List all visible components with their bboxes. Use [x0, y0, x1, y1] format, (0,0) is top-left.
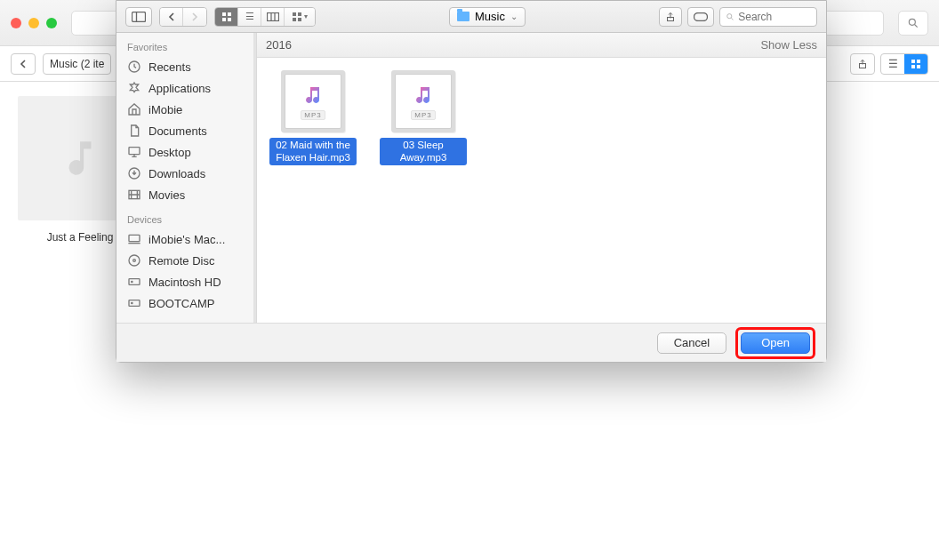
minimize-window-icon[interactable] — [28, 18, 39, 28]
file-open-dialog: ☰ ▾ Music ⌄ Favorites RecentsApplicat — [116, 0, 827, 363]
sidebar-item[interactable]: iMobie — [116, 99, 253, 120]
sidebar-item[interactable]: Desktop — [116, 141, 253, 163]
apps-icon — [127, 81, 141, 95]
grid-view-icon[interactable] — [904, 54, 927, 74]
svg-point-34 — [132, 302, 132, 303]
sidebar-item-label: Macintosh HD — [148, 276, 221, 289]
svg-rect-17 — [298, 12, 301, 16]
home-icon — [127, 102, 141, 116]
disc-icon — [127, 253, 141, 268]
sidebar-item[interactable]: BOOTCAMP — [116, 292, 253, 314]
file-type-badge: MP3 — [301, 110, 325, 120]
list-view-icon[interactable]: ☰ — [881, 54, 904, 74]
music-note-icon — [412, 84, 435, 107]
file-grid: MP302 Maid with the Flaxen Hair.mp3MP303… — [257, 58, 826, 323]
dialog-footer: Cancel Open — [116, 323, 826, 362]
sidebar-item[interactable]: iMobie's Mac... — [116, 228, 253, 250]
sidebar-item[interactable]: Downloads — [116, 163, 253, 184]
movies-icon — [127, 188, 141, 202]
file-type-badge: MP3 — [411, 110, 435, 120]
dialog-main: 2016 Show Less MP302 Maid with the Flaxe… — [257, 33, 826, 323]
svg-rect-13 — [267, 12, 278, 20]
close-window-icon[interactable] — [11, 18, 21, 28]
svg-rect-10 — [228, 12, 231, 16]
sidebar-item-label: Recents — [148, 60, 191, 74]
svg-line-23 — [731, 18, 733, 20]
sidebar-item[interactable]: Remote Disc — [116, 250, 253, 271]
share-button[interactable] — [659, 7, 682, 27]
sidebar-item[interactable]: Recents — [116, 56, 253, 77]
search-input[interactable] — [738, 11, 811, 23]
show-less-toggle[interactable]: Show Less — [760, 38, 817, 52]
svg-rect-5 — [911, 65, 915, 68]
file-name-label: 03 Sleep Away.mp3 — [380, 138, 467, 165]
breadcrumb[interactable]: Music (2 ite — [43, 53, 111, 75]
section-header: 2016 Show Less — [257, 33, 826, 58]
folder-icon — [457, 12, 470, 21]
desktop-icon — [127, 145, 141, 159]
svg-rect-33 — [129, 300, 140, 307]
documents-icon — [127, 124, 141, 138]
svg-rect-11 — [222, 18, 226, 21]
svg-rect-7 — [132, 12, 146, 21]
gallery-view-button[interactable]: ▾ — [285, 8, 315, 26]
svg-rect-19 — [298, 18, 301, 21]
tags-button[interactable] — [687, 7, 714, 27]
sidebar-section-devices: Devices — [116, 205, 253, 228]
svg-point-30 — [133, 260, 136, 262]
sidebar-item-label: iMobie — [148, 103, 182, 116]
svg-rect-21 — [694, 12, 707, 20]
svg-rect-28 — [129, 235, 140, 241]
dialog-search[interactable] — [719, 7, 817, 27]
sidebar-item-label: BOOTCAMP — [148, 297, 214, 310]
cancel-button[interactable]: Cancel — [657, 332, 726, 354]
sidebar-item-label: Applications — [148, 82, 211, 95]
search-icon — [726, 12, 734, 22]
svg-rect-6 — [917, 65, 920, 68]
sidebar-item-label: iMobie's Mac... — [148, 233, 225, 246]
dialog-sidebar: Favorites RecentsApplicationsiMobieDocum… — [116, 33, 257, 323]
sidebar-item-label: Desktop — [148, 146, 191, 159]
file-name-label: 02 Maid with the Flaxen Hair.mp3 — [269, 138, 357, 165]
nav-back-button[interactable] — [160, 8, 183, 26]
sidebar-toggle-button[interactable] — [125, 7, 152, 27]
sidebar-item[interactable]: Macintosh HD — [116, 271, 253, 292]
export-button[interactable] — [850, 53, 875, 75]
svg-rect-18 — [293, 18, 296, 21]
back-button[interactable] — [11, 53, 36, 75]
view-mode-toolbar: ☰ ▾ — [214, 7, 316, 27]
downloads-icon — [127, 166, 141, 180]
file-thumbnail: MP3 — [391, 70, 455, 132]
hdd-icon — [127, 275, 141, 289]
sidebar-item[interactable]: Documents — [116, 120, 253, 141]
icon-view-button[interactable] — [215, 8, 238, 26]
file-item[interactable]: MP303 Sleep Away.mp3 — [380, 70, 467, 310]
app-search-button[interactable] — [898, 11, 928, 36]
file-thumbnail: MP3 — [281, 70, 345, 132]
sidebar-section-favorites: Favorites — [116, 33, 253, 56]
zoom-window-icon[interactable] — [46, 18, 57, 28]
dialog-toolbar: ☰ ▾ Music ⌄ — [116, 1, 826, 33]
sidebar-item-label: Remote Disc — [148, 254, 214, 268]
mac-icon — [127, 232, 141, 246]
sidebar-item[interactable]: Movies — [116, 184, 253, 205]
open-button-highlight: Open — [735, 327, 815, 359]
list-view-button[interactable]: ☰ — [238, 8, 261, 26]
folder-popup[interactable]: Music ⌄ — [449, 7, 526, 27]
open-button[interactable]: Open — [741, 332, 810, 354]
column-view-button[interactable] — [261, 8, 285, 26]
file-item[interactable]: MP302 Maid with the Flaxen Hair.mp3 — [269, 70, 357, 310]
svg-rect-9 — [222, 12, 226, 16]
section-title: 2016 — [266, 38, 292, 52]
nav-forward-button[interactable] — [183, 8, 206, 26]
svg-rect-31 — [129, 279, 140, 285]
svg-rect-4 — [917, 60, 920, 63]
sidebar-item-label: Movies — [148, 188, 185, 202]
sidebar-item[interactable]: Applications — [116, 77, 253, 99]
sidebar-item-label: Documents — [148, 124, 207, 138]
view-mode-segment[interactable]: ☰ — [880, 53, 928, 75]
svg-line-1 — [915, 24, 918, 27]
nav-back-forward — [159, 7, 207, 27]
svg-rect-16 — [293, 12, 296, 16]
svg-rect-3 — [911, 60, 915, 63]
